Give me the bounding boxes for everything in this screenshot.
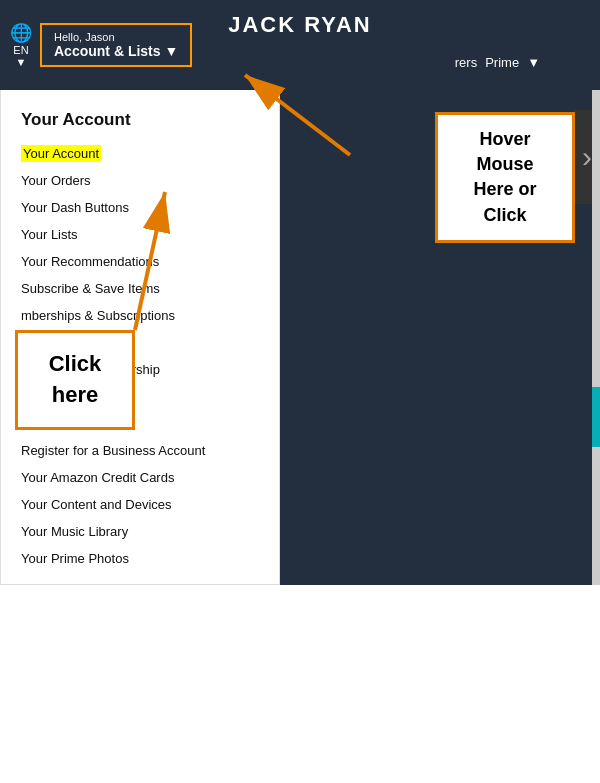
- menu-item[interactable]: Your Orders: [1, 167, 279, 194]
- language-selector[interactable]: 🌐 EN ▼: [10, 22, 32, 68]
- menu-item[interactable]: Your Account: [1, 140, 279, 167]
- account-label-text: Account & Lists: [54, 43, 161, 59]
- click-annotation-box: Clickhere: [15, 330, 135, 430]
- menu-item[interactable]: Your Content and Devices: [1, 491, 279, 518]
- scrollbar-track: [592, 90, 600, 585]
- brand-title: JACK RYAN: [228, 12, 372, 38]
- nav-prime[interactable]: Prime: [485, 55, 519, 70]
- nav-items: rers Prime ▼: [455, 55, 540, 70]
- menu-item[interactable]: Your Music Library: [1, 518, 279, 545]
- menu-item[interactable]: Your Dash Buttons: [1, 194, 279, 221]
- menu-item[interactable]: Subscribe & Save Items: [1, 275, 279, 302]
- account-lists-button[interactable]: Hello, Jason Account & Lists ▼: [40, 23, 192, 67]
- header: JACK RYAN 🌐 EN ▼ Hello, Jason Account & …: [0, 0, 600, 90]
- account-dropdown-arrow: ▼: [165, 43, 179, 59]
- lang-code: EN: [13, 44, 28, 56]
- menu-item[interactable]: Your Lists: [1, 221, 279, 248]
- menu-item[interactable]: Your Prime Photos: [1, 545, 279, 572]
- menu-item[interactable]: Your Recommendations: [1, 248, 279, 275]
- menu-item[interactable]: Your Amazon Credit Cards: [1, 464, 279, 491]
- menu-item[interactable]: mberships & Subscriptions: [1, 302, 279, 329]
- dropdown-section-title: Your Account: [1, 102, 279, 140]
- globe-icon: 🌐: [10, 22, 32, 44]
- menu-item[interactable]: Register for a Business Account: [1, 437, 279, 464]
- hover-annotation-box: HoverMouseHere orClick: [435, 112, 575, 243]
- lang-arrow: ▼: [16, 56, 27, 68]
- nav-orders[interactable]: rers: [455, 55, 477, 70]
- hello-text: Hello, Jason: [54, 31, 178, 43]
- scrollbar-thumb[interactable]: [592, 387, 600, 447]
- nav-prime-arrow: ▼: [527, 55, 540, 70]
